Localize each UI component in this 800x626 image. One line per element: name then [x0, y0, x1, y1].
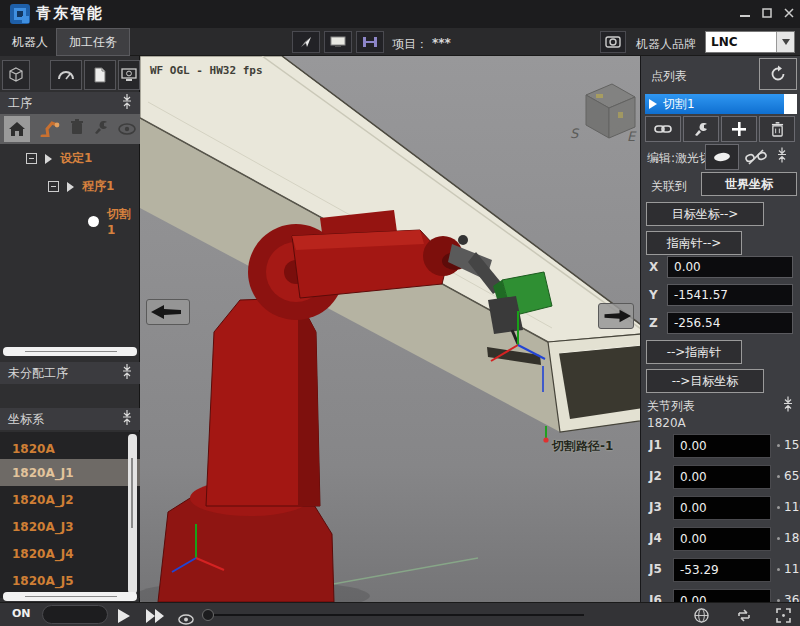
monitor-button[interactable] [324, 31, 352, 53]
fullscreen-button[interactable] [776, 608, 791, 626]
eye-icon [178, 614, 194, 625]
list-item[interactable]: 1820A [0, 432, 140, 459]
link-point-button[interactable] [645, 116, 681, 142]
selected-point-row[interactable]: 切割1 [645, 94, 797, 114]
dropdown-button[interactable] [776, 32, 794, 52]
horizontal-scrollbar[interactable] [3, 592, 137, 601]
home-button[interactable] [4, 116, 30, 142]
delete-process-button[interactable] [70, 119, 84, 139]
scrollbar-thumb[interactable] [25, 351, 117, 352]
tab-machining-task-label: 加工任务 [69, 34, 117, 51]
list-item[interactable]: 1820A_J3 [0, 513, 140, 540]
pin-icon[interactable] [122, 410, 132, 428]
pin-icon[interactable] [783, 396, 793, 416]
joint-input[interactable]: 0.00 [673, 434, 771, 458]
target-coord-button[interactable]: 目标坐标--> [646, 202, 764, 226]
navigate-cursor-button[interactable] [292, 31, 320, 53]
title-bar: 青东智能 [0, 0, 800, 28]
repeat-button[interactable] [736, 608, 752, 626]
arrow-right-icon [45, 154, 52, 164]
collapse-icon[interactable] [48, 181, 59, 192]
edit-point-button[interactable] [683, 116, 719, 142]
process-header-label: 工序 [8, 95, 32, 112]
dashboard-button[interactable] [50, 60, 82, 90]
robot-arm-button[interactable] [39, 117, 61, 141]
to-compass-button[interactable]: -->指南针 [646, 340, 742, 364]
refresh-button[interactable] [759, 58, 797, 90]
globe-button[interactable] [694, 608, 709, 626]
tab-robot[interactable]: 机器人 [0, 28, 60, 56]
pin-icon[interactable] [122, 364, 132, 382]
screen-capture-button[interactable] [118, 60, 140, 90]
torch-icon [712, 151, 732, 163]
viewport-3d[interactable]: WF OGL - HW32 fps S E 切割路径-1 [140, 56, 640, 602]
list-item[interactable]: 1820A_J2 [0, 486, 140, 513]
slider-handle[interactable] [202, 609, 214, 621]
document-button[interactable] [84, 60, 116, 90]
repeat-icon [736, 608, 752, 623]
tree-item-cut-label: 切割1 [107, 206, 139, 237]
tree-item-setting[interactable]: 设定1 [26, 150, 92, 167]
horizontal-scrollbar[interactable] [3, 347, 137, 356]
tab-robot-label: 机器人 [12, 34, 48, 51]
to-target-coord-button[interactable]: -->目标坐标 [646, 369, 764, 393]
maximize-button[interactable] [758, 6, 776, 20]
joint-input[interactable]: 0.00 [673, 496, 771, 520]
robot-brand-select[interactable]: LNC [705, 31, 795, 53]
scrollbar-thumb[interactable] [25, 596, 117, 597]
axis-x-label: X [649, 260, 658, 274]
module-cube-button[interactable] [2, 60, 30, 90]
play-icon [118, 609, 130, 623]
joint-input[interactable]: 0.00 [673, 465, 771, 489]
joint-label: J2 [649, 469, 662, 483]
pan-right-button[interactable] [598, 303, 634, 329]
torch-tool-button[interactable] [705, 144, 739, 170]
tree-item-program[interactable]: 程序1 [48, 178, 114, 195]
app-logo-icon [8, 2, 32, 26]
play-button[interactable] [118, 608, 130, 626]
fast-forward-button[interactable] [146, 608, 164, 626]
cut-path-label: 切割路径-1 [552, 438, 613, 455]
delete-point-button[interactable] [759, 116, 795, 142]
trash-icon [771, 122, 784, 137]
tree-item-cut[interactable]: 切割1 [88, 206, 139, 237]
settings-wrench-button[interactable] [93, 119, 109, 139]
axis-y-label: Y [649, 288, 658, 302]
power-toggle[interactable] [42, 605, 108, 624]
joint-limit: 650 [777, 469, 800, 483]
scrollbar-thumb[interactable] [131, 458, 133, 528]
joint-limit: 155 [777, 438, 800, 452]
minimize-button[interactable] [736, 6, 754, 20]
list-item[interactable]: 1820A_J5 [0, 567, 140, 594]
axis-y-input[interactable]: -1541.57 [667, 284, 793, 306]
compass-button[interactable]: 指南针--> [646, 231, 742, 255]
joint-input[interactable]: 0.00 [673, 527, 771, 551]
close-button[interactable] [780, 6, 798, 20]
visibility-button[interactable] [178, 610, 194, 626]
globe-icon [694, 608, 709, 623]
monitor-icon [330, 35, 346, 49]
pin-icon[interactable] [122, 94, 132, 112]
tab-machining-task[interactable]: 加工任务 [56, 28, 130, 56]
joint-limit-value: 180 [784, 531, 800, 545]
joint-input[interactable]: -53.29 [673, 558, 771, 582]
list-item[interactable]: 1820A_J4 [0, 540, 140, 567]
vertical-scrollbar[interactable] [128, 434, 137, 594]
visibility-button[interactable] [118, 120, 136, 139]
measure-button[interactable] [356, 31, 384, 53]
list-item-label: 1820A_J4 [12, 547, 74, 561]
collapse-icon[interactable] [26, 153, 37, 164]
axis-x-input[interactable]: 0.00 [667, 256, 793, 278]
coordsys-list: 1820A 1820A_J1 1820A_J2 1820A_J3 1820A_J… [0, 432, 140, 598]
timeline-slider[interactable] [212, 614, 584, 616]
link-to-label: 关联到 [651, 178, 687, 195]
chain-link-icon [654, 122, 672, 136]
world-coord-button[interactable]: 世界坐标 [701, 172, 797, 196]
axis-z-input[interactable]: -256.54 [667, 312, 793, 334]
camera-button[interactable] [600, 31, 626, 53]
pan-left-button[interactable] [146, 299, 190, 325]
add-point-button[interactable] [721, 116, 757, 142]
pin-icon[interactable] [777, 147, 787, 167]
unlink-button[interactable] [745, 148, 767, 170]
list-item-selected[interactable]: 1820A_J1 [0, 459, 140, 486]
